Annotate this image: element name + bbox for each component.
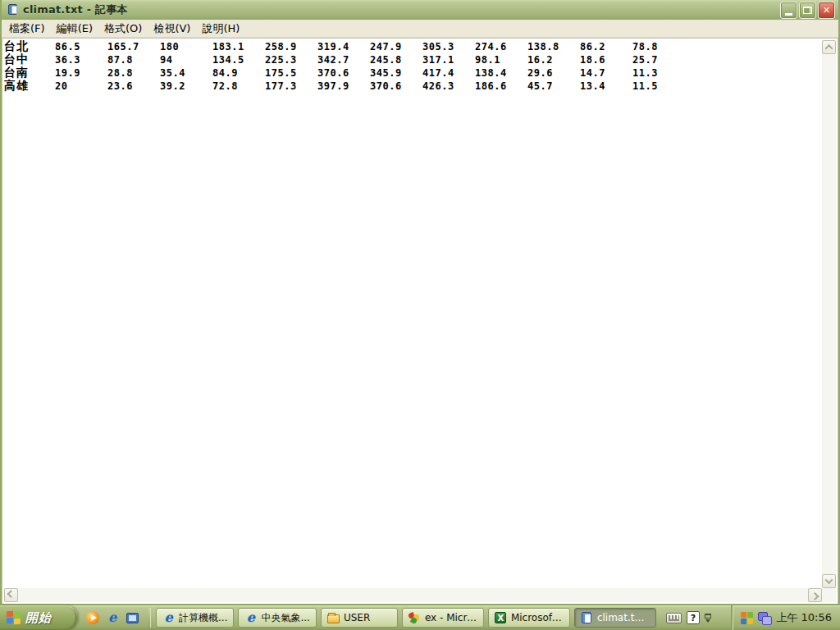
taskbar-button-label: 中央氣象... [261,611,309,625]
menu-format[interactable]: 格式(O) [98,20,148,38]
scrollbar-corner [822,588,836,602]
menu-edit[interactable]: 編輯(E) [51,20,98,38]
data-value: 183.1 [212,41,265,52]
data-value: 165.7 [107,41,160,52]
taskbar-button-ie-1[interactable]: e 計算機概... [156,608,234,628]
vertical-scrollbar[interactable] [822,40,836,588]
taskbar: 開始 e e 計算機概... e 中央氣象... USER ex - Mi [0,605,840,630]
taskbar-button-label: USER [344,612,370,623]
menu-help[interactable]: 說明(H) [196,20,245,38]
window-title: climat.txt - 記事本 [23,2,128,17]
data-value: 35.4 [160,67,212,79]
data-value: 11.5 [632,80,685,92]
chevron-down-icon [825,576,833,584]
data-value: 370.6 [317,67,370,79]
minimize-button[interactable] [780,2,797,19]
data-value: 86.2 [580,41,632,52]
taskbar-button-ex[interactable]: ex - Micro... [402,608,484,628]
start-button-label: 開始 [25,610,52,626]
data-value: 72.8 [212,80,265,92]
taskbar-button-label: 計算機概... [179,611,227,625]
office-icon [409,612,421,624]
scroll-down-button[interactable] [822,574,836,588]
data-value: 84.9 [212,67,265,79]
folder-icon [327,612,340,624]
data-value: 342.7 [317,54,370,66]
data-value: 19.9 [55,67,107,79]
taskbar-button-climat-active[interactable]: climat.txt -... [574,608,656,628]
help-icon[interactable]: ? [687,611,700,624]
close-button[interactable]: ✕ [818,2,835,19]
document-line: 台北86.5165.7180183.1258.9319.4247.9305.32… [4,40,822,53]
notepad-icon [7,3,20,16]
document-line: 台南19.928.835.484.9175.5370.6345.9417.413… [4,66,822,80]
ie-icon: e [162,612,175,624]
horizontal-scrollbar[interactable] [4,588,822,602]
chevron-left-icon [7,590,16,598]
data-value: 175.5 [265,67,317,79]
data-value: 94 [160,54,212,66]
text-editor-area[interactable]: 台北86.5165.7180183.1258.9319.4247.9305.32… [2,38,838,604]
menu-view[interactable]: 檢視(V) [148,20,196,38]
office-tray-icon[interactable] [741,612,753,624]
data-value: 18.6 [580,54,632,66]
data-value: 370.6 [370,80,422,92]
internet-explorer-icon[interactable]: e [105,610,120,625]
taskbar-button-label: Microsoft ... [511,612,564,623]
data-value: 98.1 [475,54,527,66]
document-line: 台中36.387.894134.5225.3342.7245.8317.198.… [4,53,822,66]
data-value: 138.4 [475,67,527,79]
notepad-window: climat.txt - 記事本 ✕ 檔案(F) 編輯(E) 格式(O) 檢視(… [0,0,840,605]
data-value: 29.6 [527,67,580,79]
start-button[interactable]: 開始 [0,605,77,630]
data-value: 258.9 [265,41,317,52]
data-value: 397.9 [317,80,370,92]
taskbar-button-label: ex - Micro... [425,612,477,623]
desktop-screen: climat.txt - 記事本 ✕ 檔案(F) 編輯(E) 格式(O) 檢視(… [0,0,840,630]
data-value: 180 [160,41,212,52]
messenger-tray-icon[interactable] [758,612,771,624]
media-player-icon[interactable] [85,610,100,625]
data-value: 426.3 [422,80,475,92]
data-value: 20 [55,80,107,92]
data-value: 13.4 [580,80,632,92]
document-rows: 台北86.5165.7180183.1258.9319.4247.9305.32… [4,40,822,588]
taskbar-button-excel[interactable]: X Microsoft ... [488,608,570,628]
scroll-left-button[interactable] [4,588,18,602]
restore-button[interactable] [799,2,816,19]
taskbar-button-ie-2[interactable]: e 中央氣象... [238,608,316,628]
data-value: 78.8 [632,41,685,52]
language-bar-options-icon[interactable] [705,614,711,623]
data-value: 36.3 [55,54,107,66]
data-value: 225.3 [265,54,317,66]
taskbar-button-user-folder[interactable]: USER [321,608,398,628]
data-value: 86.5 [55,41,107,52]
minimize-icon [785,13,792,16]
system-tray: 上午 10:56 [731,605,840,630]
data-value: 319.4 [317,41,370,52]
data-value: 25.7 [632,54,685,66]
scroll-up-button[interactable] [822,40,836,54]
data-value: 134.5 [212,54,265,66]
data-value: 28.8 [107,67,160,79]
data-value: 317.1 [422,54,475,66]
data-value: 45.7 [527,80,580,92]
title-bar[interactable]: climat.txt - 記事本 ✕ [2,0,838,20]
scroll-right-button[interactable] [808,588,822,602]
keyboard-icon[interactable] [666,613,682,623]
quick-launch-bar: e [77,610,146,625]
chevron-up-icon [825,44,833,52]
menu-bar: 檔案(F) 編輯(E) 格式(O) 檢視(V) 說明(H) [2,20,838,38]
taskbar-button-label: climat.txt -... [597,612,650,623]
data-value: 305.3 [422,41,475,52]
restore-icon [803,7,812,14]
taskbar-separator [148,608,150,628]
taskbar-clock: 上午 10:56 [776,610,832,625]
outlook-express-icon[interactable] [125,610,139,625]
data-value: 245.8 [370,54,422,66]
menu-file[interactable]: 檔案(F) [3,20,51,38]
data-value: 14.7 [580,67,632,79]
data-value: 138.8 [527,41,580,52]
excel-icon: X [495,612,507,624]
data-value: 87.8 [107,54,160,66]
